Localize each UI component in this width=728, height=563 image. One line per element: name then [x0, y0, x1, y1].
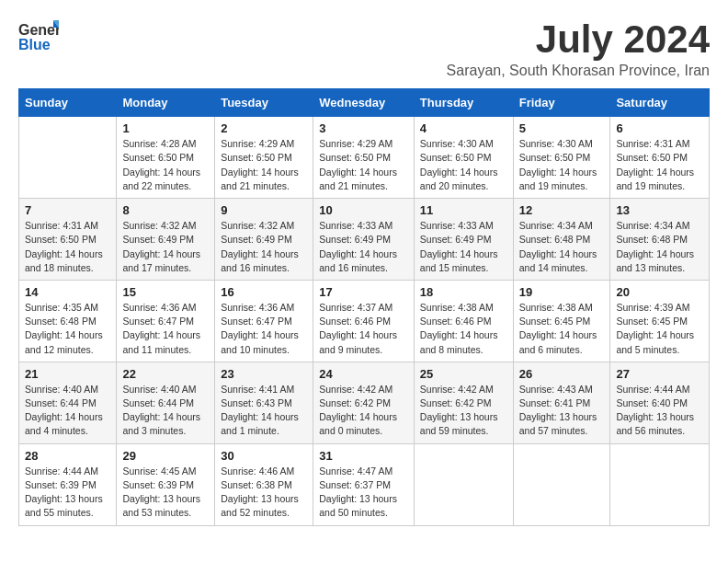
day-number: 15: [122, 285, 209, 299]
day-number: 14: [25, 285, 110, 299]
day-number: 11: [420, 203, 507, 217]
week-row-3: 14Sunrise: 4:35 AM Sunset: 6:48 PM Dayli…: [19, 280, 710, 362]
day-number: 16: [221, 285, 307, 299]
calendar-cell: 7Sunrise: 4:31 AM Sunset: 6:50 PM Daylig…: [19, 199, 117, 281]
day-number: 30: [221, 449, 307, 463]
weekday-header-saturday: Saturday: [610, 89, 710, 117]
calendar-cell: 6Sunrise: 4:31 AM Sunset: 6:50 PM Daylig…: [610, 117, 710, 199]
day-number: 31: [319, 449, 408, 463]
day-info: Sunrise: 4:32 AM Sunset: 6:49 PM Dayligh…: [122, 219, 209, 275]
day-info: Sunrise: 4:29 AM Sunset: 6:50 PM Dayligh…: [319, 137, 408, 193]
day-info: Sunrise: 4:30 AM Sunset: 6:50 PM Dayligh…: [519, 137, 605, 193]
calendar-cell: 28Sunrise: 4:44 AM Sunset: 6:39 PM Dayli…: [19, 443, 117, 525]
calendar-cell: 24Sunrise: 4:42 AM Sunset: 6:42 PM Dayli…: [313, 362, 415, 443]
calendar-cell: [414, 443, 513, 525]
logo: General Blue: [18, 18, 59, 53]
calendar-cell: 21Sunrise: 4:40 AM Sunset: 6:44 PM Dayli…: [19, 362, 117, 443]
day-info: Sunrise: 4:47 AM Sunset: 6:37 PM Dayligh…: [319, 465, 408, 521]
day-info: Sunrise: 4:44 AM Sunset: 6:39 PM Dayligh…: [25, 465, 110, 521]
calendar-cell: 4Sunrise: 4:30 AM Sunset: 6:50 PM Daylig…: [414, 117, 513, 199]
location-subtitle: Sarayan, South Khorasan Province, Iran: [447, 63, 710, 79]
day-info: Sunrise: 4:40 AM Sunset: 6:44 PM Dayligh…: [122, 383, 209, 439]
calendar-cell: 5Sunrise: 4:30 AM Sunset: 6:50 PM Daylig…: [513, 117, 610, 199]
calendar-cell: 25Sunrise: 4:42 AM Sunset: 6:42 PM Dayli…: [414, 362, 513, 443]
weekday-header-thursday: Thursday: [414, 89, 513, 117]
calendar-cell: 10Sunrise: 4:33 AM Sunset: 6:49 PM Dayli…: [313, 199, 415, 281]
page-header: General Blue July 2024 Sarayan, South Kh…: [18, 18, 710, 79]
calendar-cell: 18Sunrise: 4:38 AM Sunset: 6:46 PM Dayli…: [414, 280, 513, 362]
day-number: 21: [25, 367, 110, 381]
day-number: 13: [616, 203, 703, 217]
calendar-cell: [610, 443, 710, 525]
day-info: Sunrise: 4:34 AM Sunset: 6:48 PM Dayligh…: [519, 219, 605, 275]
day-info: Sunrise: 4:40 AM Sunset: 6:44 PM Dayligh…: [25, 383, 110, 439]
day-number: 12: [519, 203, 605, 217]
calendar-cell: 8Sunrise: 4:32 AM Sunset: 6:49 PM Daylig…: [117, 199, 215, 281]
calendar-cell: 22Sunrise: 4:40 AM Sunset: 6:44 PM Dayli…: [117, 362, 215, 443]
calendar-cell: 14Sunrise: 4:35 AM Sunset: 6:48 PM Dayli…: [19, 280, 117, 362]
day-info: Sunrise: 4:44 AM Sunset: 6:40 PM Dayligh…: [616, 383, 703, 439]
day-number: 7: [25, 203, 110, 217]
calendar-cell: 2Sunrise: 4:29 AM Sunset: 6:50 PM Daylig…: [215, 117, 313, 199]
calendar-cell: [19, 117, 117, 199]
calendar-table: SundayMondayTuesdayWednesdayThursdayFrid…: [18, 88, 710, 525]
day-number: 24: [319, 367, 408, 381]
week-row-1: 1Sunrise: 4:28 AM Sunset: 6:50 PM Daylig…: [19, 117, 710, 199]
month-title: July 2024: [447, 18, 710, 61]
day-info: Sunrise: 4:42 AM Sunset: 6:42 PM Dayligh…: [319, 383, 408, 439]
day-info: Sunrise: 4:45 AM Sunset: 6:39 PM Dayligh…: [122, 465, 209, 521]
calendar-cell: [513, 443, 610, 525]
week-row-5: 28Sunrise: 4:44 AM Sunset: 6:39 PM Dayli…: [19, 443, 710, 525]
day-number: 4: [420, 121, 507, 135]
day-info: Sunrise: 4:29 AM Sunset: 6:50 PM Dayligh…: [221, 137, 307, 193]
calendar-cell: 26Sunrise: 4:43 AM Sunset: 6:41 PM Dayli…: [513, 362, 610, 443]
day-info: Sunrise: 4:42 AM Sunset: 6:42 PM Dayligh…: [420, 383, 507, 439]
day-number: 6: [616, 121, 703, 135]
day-info: Sunrise: 4:30 AM Sunset: 6:50 PM Dayligh…: [420, 137, 507, 193]
logo-icon: General Blue: [18, 18, 59, 53]
day-number: 26: [519, 367, 605, 381]
day-info: Sunrise: 4:38 AM Sunset: 6:46 PM Dayligh…: [420, 301, 507, 357]
day-info: Sunrise: 4:31 AM Sunset: 6:50 PM Dayligh…: [616, 137, 703, 193]
day-info: Sunrise: 4:39 AM Sunset: 6:45 PM Dayligh…: [616, 301, 703, 357]
weekday-header-wednesday: Wednesday: [313, 89, 415, 117]
day-info: Sunrise: 4:36 AM Sunset: 6:47 PM Dayligh…: [122, 301, 209, 357]
day-number: 27: [616, 367, 703, 381]
calendar-cell: 17Sunrise: 4:37 AM Sunset: 6:46 PM Dayli…: [313, 280, 415, 362]
calendar-cell: 9Sunrise: 4:32 AM Sunset: 6:49 PM Daylig…: [215, 199, 313, 281]
day-number: 20: [616, 285, 703, 299]
calendar-cell: 27Sunrise: 4:44 AM Sunset: 6:40 PM Dayli…: [610, 362, 710, 443]
day-info: Sunrise: 4:31 AM Sunset: 6:50 PM Dayligh…: [25, 219, 110, 275]
weekday-header-sunday: Sunday: [19, 89, 117, 117]
calendar-cell: 20Sunrise: 4:39 AM Sunset: 6:45 PM Dayli…: [610, 280, 710, 362]
weekday-header-monday: Monday: [117, 89, 215, 117]
day-number: 19: [519, 285, 605, 299]
week-row-2: 7Sunrise: 4:31 AM Sunset: 6:50 PM Daylig…: [19, 199, 710, 281]
day-number: 29: [122, 449, 209, 463]
day-number: 22: [122, 367, 209, 381]
day-info: Sunrise: 4:35 AM Sunset: 6:48 PM Dayligh…: [25, 301, 110, 357]
calendar-cell: 3Sunrise: 4:29 AM Sunset: 6:50 PM Daylig…: [313, 117, 415, 199]
day-number: 25: [420, 367, 507, 381]
calendar-cell: 11Sunrise: 4:33 AM Sunset: 6:49 PM Dayli…: [414, 199, 513, 281]
svg-text:Blue: Blue: [18, 37, 51, 52]
day-number: 17: [319, 285, 408, 299]
calendar-cell: 15Sunrise: 4:36 AM Sunset: 6:47 PM Dayli…: [117, 280, 215, 362]
day-number: 2: [221, 121, 307, 135]
day-info: Sunrise: 4:41 AM Sunset: 6:43 PM Dayligh…: [221, 383, 307, 439]
day-number: 3: [319, 121, 408, 135]
calendar-cell: 23Sunrise: 4:41 AM Sunset: 6:43 PM Dayli…: [215, 362, 313, 443]
day-number: 23: [221, 367, 307, 381]
day-number: 5: [519, 121, 605, 135]
day-number: 1: [122, 121, 209, 135]
weekday-header-row: SundayMondayTuesdayWednesdayThursdayFrid…: [19, 89, 710, 117]
day-number: 10: [319, 203, 408, 217]
day-info: Sunrise: 4:43 AM Sunset: 6:41 PM Dayligh…: [519, 383, 605, 439]
weekday-header-friday: Friday: [513, 89, 610, 117]
day-info: Sunrise: 4:38 AM Sunset: 6:45 PM Dayligh…: [519, 301, 605, 357]
day-number: 28: [25, 449, 110, 463]
weekday-header-tuesday: Tuesday: [215, 89, 313, 117]
day-info: Sunrise: 4:33 AM Sunset: 6:49 PM Dayligh…: [420, 219, 507, 275]
calendar-cell: 16Sunrise: 4:36 AM Sunset: 6:47 PM Dayli…: [215, 280, 313, 362]
day-info: Sunrise: 4:28 AM Sunset: 6:50 PM Dayligh…: [122, 137, 209, 193]
